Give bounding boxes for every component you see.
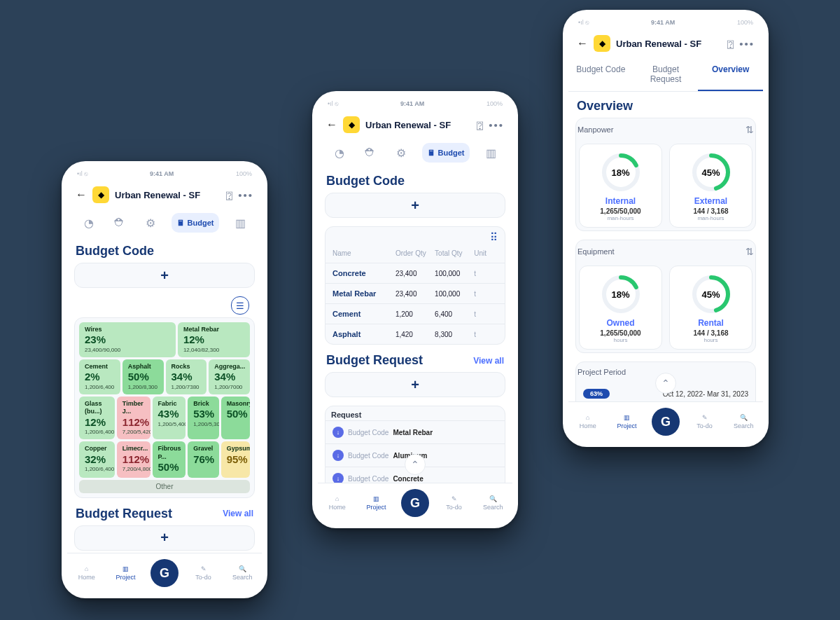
signal-icon: •ıl ⎋	[578, 19, 589, 26]
treemap-cell[interactable]: Copper32%1,200/6,400	[79, 441, 115, 477]
period-range: Oct 12, 2022- Mar 31, 2023	[663, 390, 748, 398]
seg-budget[interactable]: 🖩Budget	[422, 143, 470, 163]
fab-g-icon[interactable]: G	[150, 559, 178, 587]
tab-todo[interactable]: ✎To-do	[435, 495, 474, 511]
treemap-cell[interactable]: Masonry50%	[221, 397, 250, 439]
collapse-up-button[interactable]: ⌃	[405, 454, 426, 475]
category-switcher: ◔ ⛑ ⚙ 🖩Budget ▥	[318, 139, 512, 167]
treemap-cell[interactable]: Cement2%1,200/6,400	[79, 359, 120, 394]
tab-project[interactable]: ▥Project	[106, 565, 146, 581]
download-icon: ↓	[332, 473, 344, 483]
more-icon[interactable]: •••	[739, 38, 755, 50]
subtabs: Budget Code Budget Request Overview	[568, 57, 763, 92]
back-icon[interactable]: ←	[76, 188, 87, 201]
budget-request-heading: Budget Request	[326, 353, 423, 368]
treemap-other[interactable]: Other	[79, 480, 250, 493]
budget-request-heading: Budget Request	[76, 507, 172, 521]
view-all-link[interactable]: View all	[473, 356, 504, 366]
swap-icon[interactable]: ⇅	[746, 246, 754, 257]
app-logo-icon: ◆	[343, 116, 360, 133]
donut-card[interactable]: 18% Owned 1,265/50,000 hours	[579, 266, 662, 350]
donut-card[interactable]: 18% Internal 1,265/50,000 man-hours	[579, 144, 662, 228]
more-icon[interactable]: •••	[489, 119, 504, 131]
add-user-icon[interactable]: ⍰	[727, 38, 734, 50]
treemap-cell[interactable]: Aggrega...34%1,200/7000	[209, 359, 250, 394]
budget-treemap[interactable]: Wires23%23,400/90,000 Metal Rebar12%12,0…	[74, 317, 255, 498]
subtab-overview[interactable]: Overview	[698, 57, 763, 91]
seg-drawing-icon[interactable]: ▥	[230, 213, 250, 233]
treemap-cell[interactable]: Glass (bu...)12%1,200/6,400	[79, 397, 115, 439]
treemap-cell[interactable]: Gravel76%	[188, 441, 219, 477]
treemap-cell[interactable]: Asphalt50%1,200/8,300	[122, 359, 164, 394]
donut-card[interactable]: 45% External 144 / 3,168 man-hours	[669, 144, 752, 228]
table-row[interactable]: Concrete23,400100,000t	[326, 263, 505, 283]
add-user-icon[interactable]: ⍰	[477, 119, 483, 131]
seg-helmet-icon[interactable]: ⛑	[360, 143, 380, 163]
header-bar: ← ◆ Urban Renewal - SF ⍰ •••	[318, 111, 512, 139]
tab-home[interactable]: ⌂Home	[568, 414, 608, 429]
fab-g-icon[interactable]: G	[401, 489, 429, 517]
collapse-up-button[interactable]: ⌃	[655, 373, 676, 394]
seg-drawing-icon[interactable]: ▥	[481, 143, 500, 163]
project-icon: ▥	[624, 414, 630, 421]
budget-code-heading: Budget Code	[76, 244, 255, 259]
tab-todo[interactable]: ✎To-do	[685, 414, 724, 429]
search-icon: 🔍	[239, 565, 246, 572]
subtab-budget-request[interactable]: Budget Request	[634, 57, 699, 91]
grid-view-toggle-icon[interactable]: ⠿	[490, 231, 498, 244]
swap-icon[interactable]: ⇅	[746, 124, 754, 135]
add-budget-code-button[interactable]: +	[75, 263, 254, 287]
tab-fab[interactable]: G	[145, 559, 184, 587]
tab-search[interactable]: 🔍Search	[223, 565, 262, 581]
status-bar: •ıl ⎋ 9:41 AM 100%	[568, 15, 763, 29]
treemap-cell[interactable]: Rocks34%1,200/7380	[166, 359, 207, 394]
tab-home[interactable]: ⌂Home	[67, 565, 106, 581]
back-icon[interactable]: ←	[577, 37, 588, 50]
table-row[interactable]: Asphalt1,4208,300t	[326, 324, 505, 344]
table-row[interactable]: Cement1,2006,400t	[326, 303, 505, 324]
home-icon: ⌂	[335, 495, 339, 502]
treemap-cell[interactable]: Gypsum...95%	[221, 441, 250, 477]
signal-icon: •ıl ⎋	[328, 100, 338, 107]
seg-speedometer-icon[interactable]: ◔	[79, 213, 99, 233]
status-time: 9:41 AM	[651, 19, 675, 26]
seg-mixer-icon[interactable]: ⚙	[141, 213, 160, 233]
table-row[interactable]: Metal Rebar23,400100,000t	[326, 283, 505, 303]
tab-todo[interactable]: ✎To-do	[184, 565, 223, 581]
seg-speedometer-icon[interactable]: ◔	[330, 143, 349, 163]
add-budget-code-button[interactable]: +	[326, 193, 505, 217]
tab-project[interactable]: ▥Project	[608, 414, 647, 429]
manpower-label: Manpower	[578, 125, 613, 134]
treemap-cell[interactable]: Wires23%23,400/90,000	[79, 322, 176, 357]
more-icon[interactable]: •••	[238, 189, 253, 201]
seg-mixer-icon[interactable]: ⚙	[391, 143, 411, 163]
add-budget-request-button[interactable]: +	[75, 526, 254, 550]
back-icon[interactable]: ←	[326, 118, 337, 131]
treemap-cell[interactable]: Fibrous P...50%	[153, 441, 186, 477]
fab-g-icon[interactable]: G	[652, 408, 680, 436]
seg-helmet-icon[interactable]: ⛑	[110, 213, 130, 233]
list-view-toggle-icon[interactable]: ☰	[231, 296, 249, 315]
tab-project[interactable]: ▥Project	[357, 495, 396, 511]
treemap-cell[interactable]: Timber J...112%7,200/5,420	[117, 397, 150, 439]
treemap-cell[interactable]: Limecr...112%7,200/4,800	[117, 441, 150, 477]
add-user-icon[interactable]: ⍰	[226, 189, 232, 201]
view-all-link[interactable]: View all	[223, 509, 253, 518]
seg-budget[interactable]: 🖩Budget	[172, 213, 220, 233]
tab-fab[interactable]: G	[646, 408, 685, 436]
subtab-budget-code[interactable]: Budget Code	[568, 57, 634, 91]
header-bar: ← ◆ Urban Renewal - SF ⍰ •••	[568, 29, 763, 57]
request-row[interactable]: ↓Budget CodeMetal Rebar	[326, 420, 505, 443]
app-logo-icon: ◆	[594, 35, 610, 52]
treemap-cell[interactable]: Fabric43%1,200/5,400	[153, 397, 186, 439]
home-icon: ⌂	[85, 565, 88, 572]
add-budget-request-button[interactable]: +	[326, 373, 505, 397]
treemap-cell[interactable]: Brick53%1,200/5,300	[188, 397, 219, 439]
status-time: 9:41 AM	[400, 100, 424, 107]
treemap-cell[interactable]: Metal Rebar12%12,040/82,300	[178, 322, 250, 357]
tab-search[interactable]: 🔍Search	[473, 495, 512, 511]
tab-home[interactable]: ⌂Home	[318, 495, 357, 511]
tab-search[interactable]: 🔍Search	[724, 414, 763, 429]
donut-card[interactable]: 45% Rental 144 / 3,168 hours	[669, 266, 752, 350]
tab-fab[interactable]: G	[396, 489, 435, 517]
